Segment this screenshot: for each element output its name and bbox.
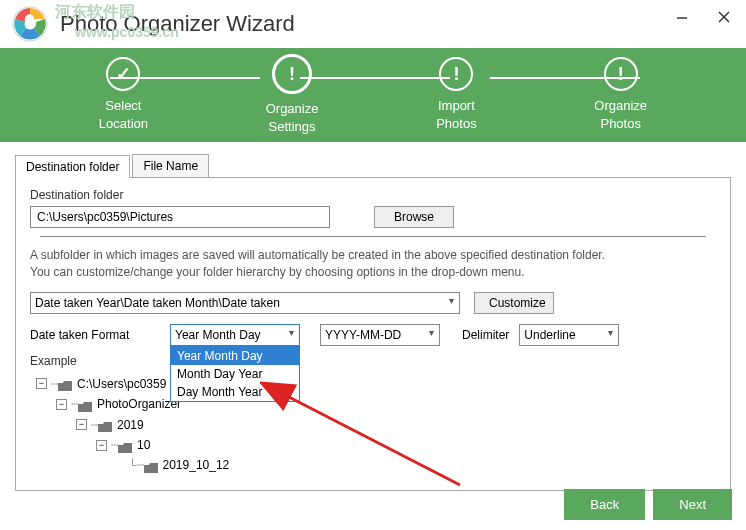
folder-icon bbox=[144, 460, 158, 471]
close-button[interactable] bbox=[710, 6, 738, 28]
next-button[interactable]: Next bbox=[653, 489, 732, 520]
example-label: Example bbox=[30, 354, 716, 368]
tree-row: − ┄ 2019 bbox=[30, 415, 716, 435]
step-organize-settings: ! Organize Settings bbox=[266, 54, 319, 135]
delimiter-label: Delimiter bbox=[462, 328, 509, 342]
tree-toggle-icon[interactable]: − bbox=[96, 440, 107, 451]
tree-label: 10 bbox=[137, 435, 150, 455]
tree-label: 2019_10_12 bbox=[163, 455, 230, 475]
tab-file-name[interactable]: File Name bbox=[132, 154, 209, 177]
tree-label: PhotoOrganizer bbox=[97, 394, 181, 414]
hierarchy-select[interactable] bbox=[30, 292, 460, 314]
pattern-select[interactable] bbox=[320, 324, 440, 346]
tree-toggle-icon[interactable]: − bbox=[56, 399, 67, 410]
dropdown-item-ymd[interactable]: Year Month Day bbox=[171, 347, 299, 365]
step-organize-photos: ! Organize Photos bbox=[594, 57, 647, 132]
check-icon: ✓ bbox=[106, 57, 140, 91]
date-format-dropdown: Year Month Day Month Day Year Day Month … bbox=[170, 346, 300, 402]
tree-row: └┄ 2019_10_12 bbox=[30, 455, 716, 475]
tree-row: − ┄ PhotoOrganizer bbox=[30, 394, 716, 414]
folder-icon bbox=[118, 440, 132, 451]
destination-folder-input[interactable] bbox=[30, 206, 330, 228]
step-import-photos: ! Import Photos bbox=[436, 57, 476, 132]
exclaim-icon: ! bbox=[604, 57, 638, 91]
tree-row: − ┄ C:\Users\pc0359 bbox=[30, 374, 716, 394]
exclaim-icon: ! bbox=[272, 54, 312, 94]
browse-button[interactable]: Browse bbox=[374, 206, 454, 228]
info-text-2: You can customize/change your folder hie… bbox=[30, 264, 716, 281]
tree-label: C:\Users\pc0359 bbox=[77, 374, 166, 394]
tree-toggle-icon[interactable]: − bbox=[36, 378, 47, 389]
tab-destination-folder[interactable]: Destination folder bbox=[15, 155, 130, 178]
info-text-1: A subfolder in which images are saved wi… bbox=[30, 247, 716, 264]
tree-row: − ┄ 10 bbox=[30, 435, 716, 455]
destination-folder-label: Destination folder bbox=[30, 188, 716, 202]
app-title: Photo Organizer Wizard bbox=[60, 11, 295, 37]
folder-icon bbox=[58, 378, 72, 389]
wizard-stepper: ✓ Select Location ! Organize Settings ! … bbox=[0, 48, 746, 142]
date-format-select[interactable] bbox=[170, 324, 300, 346]
dropdown-item-dmy[interactable]: Day Month Year bbox=[171, 383, 299, 401]
example-tree: − ┄ C:\Users\pc0359 − ┄ PhotoOrganizer −… bbox=[30, 374, 716, 476]
step-select-location: ✓ Select Location bbox=[99, 57, 148, 132]
back-button[interactable]: Back bbox=[564, 489, 645, 520]
folder-icon bbox=[78, 399, 92, 410]
minimize-button[interactable] bbox=[668, 6, 696, 28]
folder-icon bbox=[98, 419, 112, 430]
customize-button[interactable]: Customize bbox=[474, 292, 554, 314]
tree-toggle-icon[interactable]: − bbox=[76, 419, 87, 430]
delimiter-select[interactable] bbox=[519, 324, 619, 346]
tree-label: 2019 bbox=[117, 415, 144, 435]
exclaim-icon: ! bbox=[439, 57, 473, 91]
app-logo-icon bbox=[12, 6, 48, 42]
date-format-label: Date taken Format bbox=[30, 328, 170, 342]
dropdown-item-mdy[interactable]: Month Day Year bbox=[171, 365, 299, 383]
